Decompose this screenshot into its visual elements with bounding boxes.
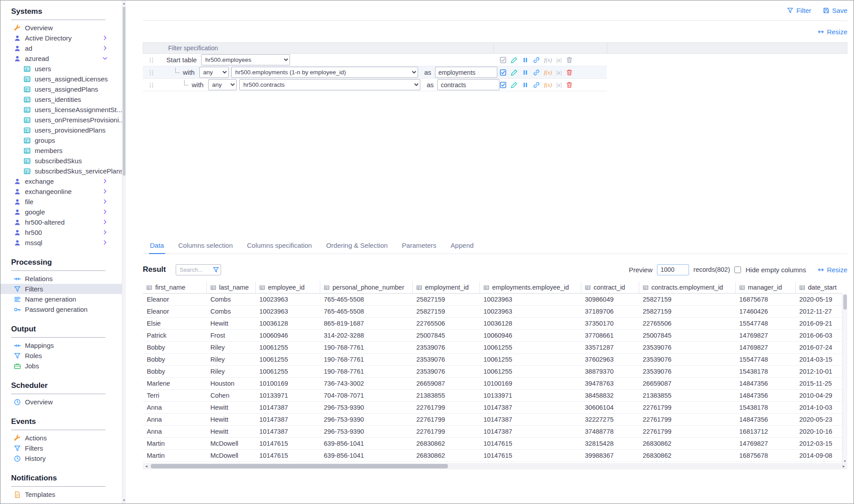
delete-trash-icon[interactable] [566, 81, 573, 89]
delete-trash-icon[interactable] [566, 56, 573, 64]
drag-handle-icon[interactable] [148, 57, 155, 64]
sidebar-item[interactable]: members [0, 145, 126, 156]
sidebar-item[interactable]: users_onPremisesProvisioni... [0, 115, 126, 125]
chevron-icon[interactable] [102, 239, 108, 246]
sidebar-item[interactable]: History [0, 453, 126, 464]
sidebar-item[interactable]: users_assignedLicenses [0, 74, 126, 84]
sidebar-item[interactable]: Filters [0, 443, 126, 453]
tab-ordering-selection[interactable]: Ordering & Selection [325, 242, 388, 254]
table-row[interactable]: Anna Hewitt 10147387 296-753-9390 227617… [143, 401, 842, 413]
hide-empty-columns-checkbox[interactable] [734, 266, 741, 273]
table-row[interactable]: Eleanor Combs 10023963 765-465-5508 2582… [143, 293, 842, 305]
chevron-icon[interactable] [102, 127, 108, 133]
tab-columns-specification[interactable]: Columns specification [246, 242, 313, 254]
link-icon[interactable] [533, 81, 540, 89]
row-enabled-checkbox-icon[interactable] [500, 81, 507, 89]
save-button[interactable]: Save [823, 7, 847, 14]
scrollbar-thumb[interactable] [123, 7, 125, 176]
edit-pencil-icon[interactable] [511, 81, 518, 89]
tab-columns-selection[interactable]: Columns selection [177, 242, 234, 254]
sidebar-item[interactable]: Templates [0, 489, 126, 500]
table-row[interactable]: Bobby Riley 10061255 190-768-7761 235390… [143, 353, 842, 365]
sidebar-item[interactable]: Relations [0, 274, 126, 284]
sidebar-item[interactable]: Jobs [0, 361, 126, 371]
function-icon[interactable]: f(x) [544, 69, 552, 76]
column-header[interactable]: personal_phone_number [320, 282, 412, 293]
table-row[interactable]: Bobby Riley 10061255 190-768-7761 235390… [143, 341, 842, 353]
quantifier-select[interactable]: any [208, 79, 237, 90]
sidebar-item[interactable]: hr500-altered [0, 217, 126, 227]
sidebar-item[interactable]: Overview [0, 397, 126, 407]
chevron-icon[interactable] [102, 296, 108, 302]
table-row[interactable]: Marlene Houston 10100169 736-743-3002 26… [143, 377, 842, 389]
vertical-scrollbar[interactable]: ▼ [842, 294, 847, 463]
link-icon[interactable] [533, 56, 540, 64]
chevron-icon[interactable] [102, 219, 108, 225]
tab-parameters[interactable]: Parameters [401, 242, 438, 254]
column-header[interactable]: last_name [206, 282, 255, 293]
chevron-icon[interactable] [102, 24, 108, 31]
absolute-icon[interactable]: |x| [556, 69, 562, 76]
chevron-icon[interactable] [102, 147, 108, 153]
sidebar-item[interactable]: exchange [0, 176, 126, 186]
column-header[interactable]: contract_id [581, 282, 639, 293]
sidebar-item[interactable]: file [0, 197, 126, 207]
sidebar-item[interactable]: hr500 [0, 227, 126, 238]
table-row[interactable]: Patrick Frost 10060946 314-202-3288 2500… [143, 329, 842, 341]
chevron-icon[interactable] [102, 157, 108, 164]
sidebar-item[interactable]: users_licenseAssignmentSt... [0, 105, 126, 115]
pause-icon[interactable] [522, 56, 529, 64]
delete-trash-icon[interactable] [566, 69, 573, 76]
sidebar-item[interactable]: users_identities [0, 94, 126, 105]
chevron-icon[interactable] [102, 491, 108, 497]
join-table-select[interactable]: hr500.contracts [239, 79, 420, 90]
sidebar-item[interactable]: users_provisionedPlans [0, 125, 126, 135]
table-row[interactable]: Martin McDowell 10147615 639-856-1041 26… [143, 449, 842, 461]
sidebar-item[interactable]: azuread [0, 53, 126, 64]
scrollbar-thumb[interactable] [151, 464, 448, 468]
table-row[interactable]: Bobby Riley 10061255 190-768-7761 235390… [143, 365, 842, 377]
sidebar-item[interactable]: Password generation [0, 304, 126, 314]
preview-count-input[interactable] [657, 264, 689, 275]
sidebar-item[interactable]: Active Directory [0, 33, 126, 43]
sidebar-item[interactable]: users [0, 64, 126, 74]
scrollbar-thumb[interactable] [843, 294, 847, 310]
table-row[interactable]: Elsie Hewitt 10036128 865-819-1687 22765… [143, 317, 842, 329]
column-header[interactable]: employee_id [255, 282, 320, 293]
scroll-left-arrow[interactable]: ◄ [143, 464, 150, 468]
chevron-icon[interactable] [102, 352, 108, 359]
column-header[interactable]: first_name [143, 282, 206, 293]
chevron-icon[interactable] [102, 435, 108, 441]
column-header[interactable]: contracts.employment_id [639, 282, 735, 293]
scroll-down-arrow[interactable]: ▼ [122, 498, 126, 503]
sidebar-item[interactable]: Mappings [0, 340, 126, 351]
table-row[interactable]: Eleanor Combs 10023963 765-465-5508 2582… [143, 305, 842, 317]
chevron-icon[interactable] [102, 342, 108, 348]
tab-append[interactable]: Append [450, 242, 475, 254]
row-enabled-checkbox-icon[interactable] [500, 56, 507, 64]
filter-button[interactable]: Filter [787, 7, 811, 14]
alias-input[interactable] [437, 79, 500, 90]
column-header[interactable]: date_start [795, 282, 842, 293]
chevron-icon[interactable] [102, 188, 108, 194]
chevron-icon[interactable] [102, 76, 108, 82]
chevron-icon[interactable] [102, 198, 108, 205]
start-table-select[interactable]: hr500.employees [201, 54, 290, 65]
search-filter-funnel-icon[interactable] [213, 266, 219, 273]
pause-icon[interactable] [522, 81, 529, 89]
scroll-up-arrow[interactable]: ▲ [122, 1, 126, 6]
row-enabled-checkbox-icon[interactable] [500, 69, 507, 76]
function-icon[interactable]: f(x) [544, 56, 552, 64]
chevron-icon[interactable] [102, 229, 108, 235]
scroll-down-arrow[interactable]: ▼ [842, 460, 847, 463]
chevron-icon[interactable] [102, 55, 108, 61]
column-header[interactable]: employment_id [412, 282, 479, 293]
chevron-icon[interactable] [102, 45, 108, 51]
quantifier-select[interactable]: any [199, 67, 229, 78]
horizontal-scrollbar[interactable]: ◄ ► [143, 463, 847, 469]
sidebar-item[interactable]: groups [0, 135, 126, 145]
chevron-icon[interactable] [102, 306, 108, 312]
edit-pencil-icon[interactable] [511, 56, 518, 64]
sidebar-item[interactable]: google [0, 207, 126, 217]
sidebar-item[interactable]: Filters [0, 284, 126, 294]
